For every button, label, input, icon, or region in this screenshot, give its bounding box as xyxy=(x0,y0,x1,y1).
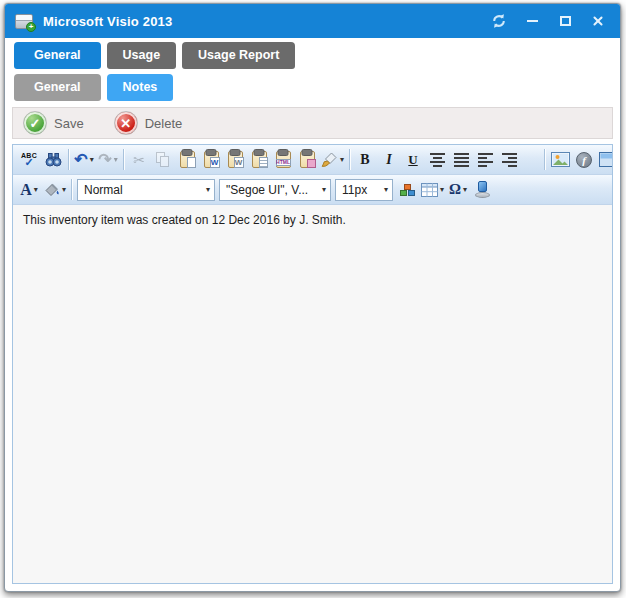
paragraph-style-combobox[interactable]: Normal ▾ xyxy=(77,179,215,201)
spellcheck-icon: ABC✓ xyxy=(21,152,37,168)
rich-text-editor: ABC✓ ↶ ▾ ↷ ▾ xyxy=(12,144,613,584)
plus-badge-icon: + xyxy=(26,22,36,32)
window-title: Microsoft Visio 2013 xyxy=(43,14,172,29)
italic-icon: I xyxy=(386,152,391,168)
paste-icon xyxy=(180,151,195,168)
font-family-value: "Segoe UI", V... xyxy=(226,183,308,197)
redo-dropdown-arrow: ▾ xyxy=(114,156,118,164)
redo-icon: ↷ xyxy=(98,152,111,168)
paste-from-word-clean-button[interactable]: W xyxy=(223,148,247,172)
insert-symbol-button[interactable]: Ω ▾ xyxy=(446,178,470,202)
delete-label: Delete xyxy=(145,116,183,131)
app-icon: + xyxy=(15,14,33,29)
symbol-dropdown-arrow: ▾ xyxy=(463,186,467,194)
app-window: + Microsoft Visio 2013 General Usage Usa… xyxy=(4,3,621,592)
background-color-button[interactable]: ▾ xyxy=(41,178,68,202)
media-object-icon xyxy=(474,181,491,198)
undo-icon: ↶ xyxy=(74,152,87,168)
toolbar-separator xyxy=(71,179,72,200)
find-button[interactable] xyxy=(41,148,65,172)
toolbar-separator xyxy=(123,149,124,170)
align-right-button[interactable] xyxy=(497,148,521,172)
omega-icon: Ω xyxy=(449,182,461,197)
font-family-combobox[interactable]: "Segoe UI", V... ▾ xyxy=(219,179,331,201)
minimize-icon xyxy=(527,20,538,22)
tab-usage-report[interactable]: Usage Report xyxy=(182,42,295,69)
paragraph-style-value: Normal xyxy=(84,183,123,197)
snippet-blocks-icon xyxy=(400,184,415,196)
close-icon xyxy=(592,15,604,27)
save-button[interactable]: ✓ Save xyxy=(23,111,84,135)
subtab-notes[interactable]: Notes xyxy=(107,74,174,101)
insert-table-button[interactable]: ▾ xyxy=(419,178,446,202)
table-dropdown-arrow: ▾ xyxy=(440,186,444,194)
flash-icon: f xyxy=(576,152,592,168)
align-left-button[interactable] xyxy=(473,148,497,172)
align-justify-button[interactable] xyxy=(449,148,473,172)
cut-icon: ✂ xyxy=(133,152,145,168)
copy-icon xyxy=(156,152,170,167)
minimize-button[interactable] xyxy=(522,11,542,31)
font-color-icon: A xyxy=(20,182,32,198)
delete-button[interactable]: ✕ Delete xyxy=(114,111,183,135)
cut-button[interactable]: ✂ xyxy=(127,148,151,172)
paste-plain-text-button[interactable] xyxy=(247,148,271,172)
editor-toolbar-row2: A ▾ ▾ Normal ▾ "Segoe UI", V... ▾ xyxy=(13,175,612,205)
underline-icon: U xyxy=(408,152,417,168)
maximize-icon xyxy=(560,16,571,26)
subtab-general[interactable]: General xyxy=(14,74,101,101)
font-size-combobox[interactable]: 11px ▾ xyxy=(335,179,393,201)
maximize-button[interactable] xyxy=(555,11,575,31)
font-color-dropdown-arrow: ▾ xyxy=(34,186,38,194)
save-check-icon: ✓ xyxy=(23,111,47,135)
bold-button[interactable]: B xyxy=(353,148,377,172)
format-stripper-button[interactable]: ▾ xyxy=(319,148,346,172)
toolbar-separator xyxy=(68,149,69,170)
editor-toolbar-row1: ABC✓ ↶ ▾ ↷ ▾ xyxy=(13,145,612,175)
toolbar-separator xyxy=(544,149,545,170)
copy-button[interactable] xyxy=(151,148,175,172)
insert-media-object-button[interactable] xyxy=(470,178,494,202)
title-bar: + Microsoft Visio 2013 xyxy=(5,4,620,38)
paste-plain-text-icon xyxy=(252,151,267,168)
paste-as-html-button[interactable]: HTML xyxy=(271,148,295,172)
font-color-button[interactable]: A ▾ xyxy=(17,178,41,202)
undo-dropdown-arrow: ▾ xyxy=(90,156,94,164)
font-size-value: 11px xyxy=(342,183,367,197)
paint-bucket-icon xyxy=(43,182,60,197)
paste-button[interactable] xyxy=(175,148,199,172)
insert-media-button[interactable] xyxy=(596,148,612,172)
secondary-tab-strip: General Notes xyxy=(14,74,620,101)
align-center-button[interactable] xyxy=(425,148,449,172)
align-right-icon xyxy=(502,153,517,167)
close-button[interactable] xyxy=(588,11,608,31)
paste-as-html-icon: HTML xyxy=(276,151,291,168)
media-clipped-icon xyxy=(599,152,613,167)
insert-image-button[interactable] xyxy=(548,148,572,172)
action-toolbar: ✓ Save ✕ Delete xyxy=(12,107,613,139)
insert-snippet-button[interactable] xyxy=(395,178,419,202)
underline-button[interactable]: U xyxy=(401,148,425,172)
insert-flash-button[interactable]: f xyxy=(572,148,596,172)
refresh-icon xyxy=(491,13,507,29)
paste-from-word-button[interactable]: W xyxy=(199,148,223,172)
editor-content-area[interactable]: This inventory item was created on 12 De… xyxy=(13,205,612,583)
align-center-icon xyxy=(430,153,445,167)
format-stripper-dropdown-arrow: ▾ xyxy=(340,156,344,164)
refresh-button[interactable] xyxy=(489,11,509,31)
note-text: This inventory item was created on 12 De… xyxy=(23,213,346,227)
align-justify-icon xyxy=(454,153,469,167)
paste-from-word-icon: W xyxy=(204,151,219,168)
tab-general[interactable]: General xyxy=(14,42,101,69)
save-label: Save xyxy=(54,116,84,131)
undo-button[interactable]: ↶ ▾ xyxy=(72,148,96,172)
redo-button[interactable]: ↷ ▾ xyxy=(96,148,120,172)
tab-usage[interactable]: Usage xyxy=(107,42,177,69)
primary-tab-strip: General Usage Usage Report xyxy=(14,42,620,69)
paragraph-style-dropdown-arrow: ▾ xyxy=(200,186,210,194)
spellcheck-button[interactable]: ABC✓ xyxy=(17,148,41,172)
paste-special-button[interactable] xyxy=(295,148,319,172)
bold-icon: B xyxy=(360,152,369,168)
table-icon xyxy=(421,183,438,197)
italic-button[interactable]: I xyxy=(377,148,401,172)
